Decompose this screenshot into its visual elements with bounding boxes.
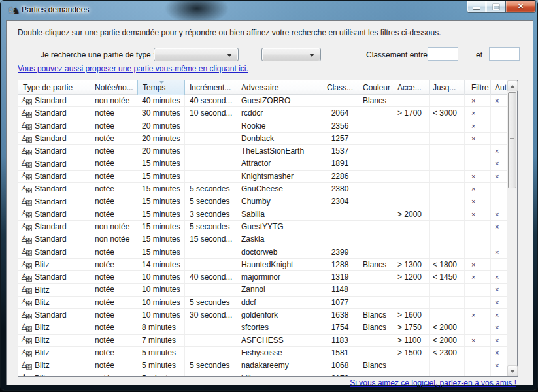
cell-increment: 40 second...	[185, 271, 235, 283]
cell-game-type: ♙Blitz	[18, 284, 90, 295]
table-row[interactable]: ♙Standardnotée15 minutesdoctorweb2399×	[18, 246, 507, 259]
table-row[interactable]: ♙Blitznotée5 minutesblik2170×	[18, 372, 507, 376]
cell-auto-mark	[491, 133, 507, 144]
cell-filter-mark: ×	[465, 120, 491, 132]
cell-color	[358, 221, 394, 233]
scrollbar-thumb[interactable]	[508, 92, 516, 188]
cell-color	[358, 335, 394, 346]
propose-game-link[interactable]: Vous pouvez aussi proposer une partie vo…	[18, 64, 248, 73]
cell-rated: notée	[90, 183, 137, 195]
column-header-auto[interactable]: Aut...	[491, 80, 507, 95]
arrow-up-icon	[510, 85, 515, 88]
table-row[interactable]: ♙Standardnotée30 minutes10 second...rcdd…	[18, 107, 507, 120]
cell-game-type: ♙Standard	[18, 133, 90, 144]
cell-rating: 1077	[322, 297, 358, 308]
column-header-rating[interactable]: Class...	[322, 80, 358, 95]
close-button[interactable]: ✕	[506, 1, 536, 13]
column-header-increment[interactable]: Incrément...	[185, 80, 235, 95]
cell-filter-mark	[465, 157, 491, 169]
table-row[interactable]: ♙Standardnotée10 minutes40 second...majo…	[18, 271, 507, 284]
cell-time: 15 minutes	[137, 208, 185, 220]
cell-time: 5 minutes	[137, 372, 185, 376]
cell-rating-above: > 1200	[394, 271, 430, 283]
cell-rating-above: > 1500	[394, 347, 430, 359]
cell-rated: notée	[90, 157, 137, 169]
rating-max-input[interactable]	[489, 47, 520, 61]
column-header-filter[interactable]: Filtre	[465, 80, 491, 95]
cell-filter-mark: ×	[465, 259, 491, 270]
cell-rated: notée	[90, 133, 137, 144]
table-row[interactable]: ♙Standardnotée15 minutes5 secondesGnuChe…	[18, 183, 507, 195]
scroll-up-button[interactable]	[507, 80, 518, 91]
promo-link[interactable]: Si vous aimez ce logiciel, parlez-en à v…	[350, 378, 516, 387]
table-row[interactable]: ♙Blitznotée8 minutessfcortes1754Blancs> …	[18, 321, 507, 334]
scroll-down-button[interactable]	[507, 365, 518, 376]
cell-rated: notée	[90, 145, 137, 157]
cell-opponent: majorminor	[235, 271, 322, 283]
cell-opponent: TheLastSionEarth	[235, 145, 322, 157]
cell-color	[358, 107, 394, 119]
table-row[interactable]: ♙Blitznotée10 minutes5 secondesddcf1077×	[18, 297, 507, 309]
cell-rating-above	[394, 372, 430, 376]
cell-opponent: Chumby	[235, 195, 322, 207]
table-row[interactable]: ♙Blitznotée5 minutesFishysoisse1581> 150…	[18, 347, 507, 359]
cell-opponent: blik	[235, 372, 322, 376]
cell-game-type: ♙Standard	[18, 246, 90, 258]
table-row[interactable]: ♙Blitznotée14 minutesHauntedKnight1288Bl…	[18, 259, 507, 271]
title-bar[interactable]: ♘ ♞ Parties demandées ✕	[1, 1, 537, 20]
cell-rating: 1183	[322, 335, 358, 346]
cell-rating-below	[430, 157, 465, 169]
column-header-rated[interactable]: Notée/no...	[90, 80, 137, 95]
cell-rating-below	[430, 309, 465, 321]
cell-rating: 1068	[322, 359, 358, 371]
minimize-button[interactable]	[467, 1, 486, 13]
table-row[interactable]: ♙Blitznotée5 minutes5 secondesnadakareem…	[18, 359, 507, 372]
table-row[interactable]: ♙Blitznotée7 minutesASFCHESS1183> 1100< …	[18, 335, 507, 347]
chevron-down-icon	[309, 54, 314, 57]
column-header-color[interactable]: Couleur	[358, 80, 394, 95]
cell-increment	[185, 335, 235, 346]
cell-increment	[185, 133, 235, 144]
game-subtype-select[interactable]	[261, 48, 321, 61]
cell-time: 15 minutes	[137, 221, 185, 233]
table-row[interactable]: ♙Standardnotée10 minutes30 second...gold…	[18, 309, 507, 321]
table-row[interactable]: ♙Standardnotée20 minutesTheLastSionEarth…	[18, 145, 507, 157]
rating-between-label: Classement entre	[366, 50, 428, 59]
table-row[interactable]: ♙Standardnotée15 minutesKnightsmasher228…	[18, 171, 507, 183]
vertical-scrollbar[interactable]	[507, 80, 517, 376]
table-row[interactable]: ♙Standardnotée15 minutesAttractor1891×	[18, 157, 507, 170]
cell-rating	[322, 95, 358, 106]
cell-time: 20 minutes	[137, 120, 185, 132]
cell-color	[358, 246, 394, 258]
cell-game-type: ♙Standard	[18, 171, 90, 182]
table-row[interactable]: ♙Standardnotée15 minutes3 secondesSabill…	[18, 208, 507, 221]
table-row[interactable]: ♙Standardnotée20 minutesDonblack1257×	[18, 133, 507, 145]
cell-game-type: ♙Blitz	[18, 347, 90, 359]
cell-auto-mark: ×	[491, 284, 507, 295]
column-header-opponent[interactable]: Adversaire	[235, 80, 322, 95]
cell-auto-mark	[491, 259, 507, 270]
column-header-type[interactable]: Type de partie	[18, 80, 90, 95]
maximize-button[interactable]	[486, 1, 506, 13]
table-row[interactable]: ♙Standardnotée20 minutesRookie2356×	[18, 120, 507, 133]
column-header-time[interactable]: Temps	[137, 80, 185, 95]
cell-filter-mark	[465, 321, 491, 333]
column-header-accept-above[interactable]: Acce...	[394, 80, 430, 95]
table-row[interactable]: ♙Standardnon notée15 minutes15 second...…	[18, 233, 507, 246]
cell-rated: non notée	[90, 233, 137, 245]
dialog-window: ♘ ♞ Parties demandées ✕ Double-cliquez s…	[0, 0, 538, 391]
cell-opponent: GuestZORRO	[235, 95, 322, 106]
cell-rating	[322, 221, 358, 233]
table-row[interactable]: ♙Standardnon notée15 minutes5 secondesGu…	[18, 221, 507, 233]
column-header-up-to[interactable]: Jusq...	[430, 80, 465, 95]
table-row[interactable]: ♙Standardnotée15 minutes5 secondesChumby…	[18, 195, 507, 208]
table-row[interactable]: ♙Blitznotée10 minutesZannol1148×	[18, 284, 507, 296]
cell-rating-below: < 2000	[430, 321, 465, 333]
game-type-select[interactable]	[154, 48, 239, 61]
rating-min-input[interactable]	[428, 47, 458, 61]
cell-filter-mark	[465, 145, 491, 157]
cell-increment: 15 second...	[185, 233, 235, 245]
cell-rating-above	[394, 145, 430, 157]
table-row[interactable]: ♙Standardnon notée40 minutes40 second...…	[18, 95, 507, 107]
cell-game-type: ♙Standard	[18, 145, 90, 157]
